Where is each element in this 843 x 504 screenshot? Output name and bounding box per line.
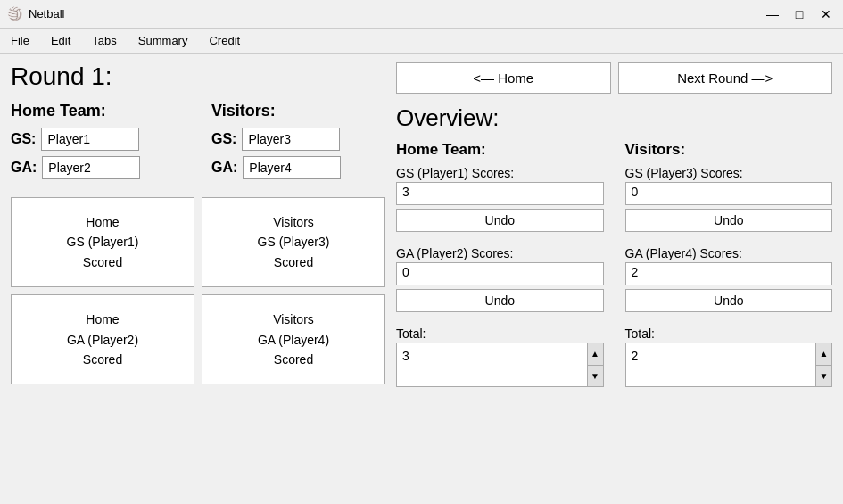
ov-vis-ga-score: 2 (625, 262, 833, 285)
nav-buttons: <— Home Next Round —> (396, 62, 832, 94)
home-ga-score-button[interactable]: HomeGA (Player2)Scored (11, 294, 194, 384)
round-title: Round 1: (11, 62, 385, 91)
app-icon: 🏐 (7, 6, 23, 22)
ov-vis-scroll: ▲ ▼ (815, 343, 831, 386)
ov-vis-gs: GS (Player3) Scores: 0 Undo (625, 166, 833, 239)
home-nav-button[interactable]: <— Home (396, 62, 611, 94)
ov-vis-scroll-up[interactable]: ▲ (816, 343, 831, 366)
menu-bar: File Edit Tabs Summary Credit (0, 29, 843, 54)
ov-home-gs: GS (Player1) Scores: 3 Undo (396, 166, 604, 239)
score-buttons-grid: HomeGS (Player1)Scored VisitorsGS (Playe… (11, 197, 385, 384)
ov-home-gs-label: GS (Player1) Scores: (396, 166, 604, 180)
ov-home-label: Home Team: (396, 141, 604, 159)
menu-edit[interactable]: Edit (47, 32, 74, 49)
overview-grid: GS (Player1) Scores: 3 Undo GS (Player3)… (396, 166, 832, 387)
home-gs-pos: GS: (11, 131, 36, 147)
menu-file[interactable]: File (7, 32, 33, 49)
vis-gs-row: GS: (211, 128, 385, 151)
teams-row: Home Team: GS: GA: Visitors: GS: GA (11, 102, 385, 185)
ov-vis-gs-undo[interactable]: Undo (625, 209, 833, 232)
menu-credit[interactable]: Credit (205, 32, 244, 49)
vis-gs-input[interactable] (242, 128, 340, 151)
overview-title: Overview: (396, 104, 832, 132)
home-gs-row: GS: (11, 128, 185, 151)
home-team-label: Home Team: (11, 102, 185, 120)
visitors-label: Visitors: (211, 102, 385, 120)
vis-gs-score-button[interactable]: VisitorsGS (Player3)Scored (202, 197, 385, 287)
ov-vis-ga: GA (Player4) Scores: 2 Undo (625, 246, 833, 319)
ov-vis-ga-undo[interactable]: Undo (625, 289, 833, 312)
app-title: Netball (29, 7, 64, 21)
ov-home-scroll: ▲ ▼ (587, 343, 603, 386)
ov-vis-total-value: 2 (626, 343, 816, 386)
home-ga-input[interactable] (42, 156, 140, 179)
ov-home-total: Total: 3 ▲ ▼ (396, 326, 604, 387)
ov-home-total-container: 3 ▲ ▼ (396, 343, 604, 387)
ov-home-scroll-up[interactable]: ▲ (588, 343, 603, 366)
ov-vis-gs-label: GS (Player3) Scores: (625, 166, 833, 180)
left-panel: Round 1: Home Team: GS: GA: Visitors: GS… (11, 62, 385, 495)
ov-home-scroll-down[interactable]: ▼ (588, 366, 603, 387)
ov-vis-scroll-down[interactable]: ▼ (816, 366, 831, 387)
vis-ga-input[interactable] (243, 156, 341, 179)
next-round-button[interactable]: Next Round —> (618, 62, 833, 94)
home-ga-pos: GA: (11, 160, 37, 176)
ov-home-total-value: 3 (397, 343, 587, 386)
minimize-button[interactable]: — (763, 4, 782, 24)
menu-tabs[interactable]: Tabs (88, 32, 120, 49)
title-bar: 🏐 Netball — □ ✕ (0, 0, 843, 29)
ov-home-total-label: Total: (396, 326, 604, 341)
ov-vis-total-label: Total: (625, 326, 833, 341)
title-bar-left: 🏐 Netball (7, 6, 64, 22)
vis-gs-pos: GS: (211, 131, 236, 147)
ov-home-ga-label: GA (Player2) Scores: (396, 246, 604, 260)
ov-vis-ga-label: GA (Player4) Scores: (625, 246, 833, 260)
home-gs-score-button[interactable]: HomeGS (Player1)Scored (11, 197, 194, 287)
ov-visitors-label: Visitors: (625, 141, 833, 159)
ov-home-gs-score: 3 (396, 182, 604, 205)
menu-summary[interactable]: Summary (135, 32, 192, 49)
home-team-section: Home Team: GS: GA: (11, 102, 185, 185)
ov-vis-total-container: 2 ▲ ▼ (625, 343, 833, 387)
right-panel: <— Home Next Round —> Overview: Home Tea… (396, 62, 832, 495)
main-content: Round 1: Home Team: GS: GA: Visitors: GS… (0, 54, 843, 504)
ov-home-ga-score: 0 (396, 262, 604, 285)
vis-ga-pos: GA: (211, 160, 237, 176)
col-headers: Home Team: Visitors: (396, 141, 832, 166)
home-ga-row: GA: (11, 156, 185, 179)
ov-vis-total: Total: 2 ▲ ▼ (625, 326, 833, 387)
ov-home-ga-undo[interactable]: Undo (396, 289, 604, 312)
vis-ga-score-button[interactable]: VisitorsGA (Player4)Scored (202, 294, 385, 384)
vis-ga-row: GA: (211, 156, 385, 179)
ov-vis-gs-score: 0 (625, 182, 833, 205)
visitors-section: Visitors: GS: GA: (211, 102, 385, 185)
title-bar-controls: — □ ✕ (763, 4, 836, 24)
home-gs-input[interactable] (41, 128, 139, 151)
maximize-button[interactable]: □ (789, 4, 809, 24)
ov-home-gs-undo[interactable]: Undo (396, 209, 604, 232)
ov-home-ga: GA (Player2) Scores: 0 Undo (396, 246, 604, 319)
close-button[interactable]: ✕ (816, 4, 836, 24)
